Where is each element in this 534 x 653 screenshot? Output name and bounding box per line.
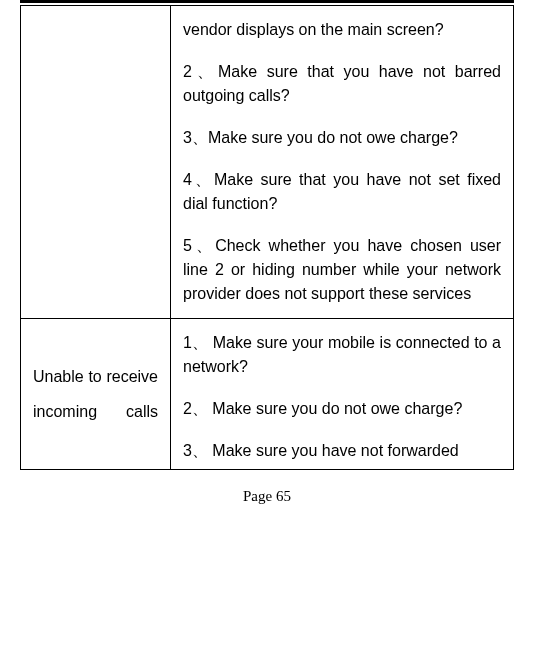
row2-left-text: Unable to receive incoming calls: [33, 368, 158, 420]
top-rule: [20, 0, 514, 3]
row2-right-cell: 1、 Make sure your mobile is connected to…: [171, 319, 514, 470]
page-number: Page 65: [20, 488, 514, 505]
document-page: vendor displays on the main screen? 2、Ma…: [0, 0, 534, 505]
row2-p3: 3、 Make sure you have not forwarded: [183, 439, 501, 463]
row1-p2: 2、Make sure that you have not barred out…: [183, 60, 501, 108]
table-row: Unable to receive incoming calls 1、 Make…: [21, 319, 514, 470]
row1-p3: 3、Make sure you do not owe charge?: [183, 126, 501, 150]
row1-left-cell: [21, 6, 171, 319]
troubleshoot-table: vendor displays on the main screen? 2、Ma…: [20, 5, 514, 470]
table-row: vendor displays on the main screen? 2、Ma…: [21, 6, 514, 319]
row1-right-cell: vendor displays on the main screen? 2、Ma…: [171, 6, 514, 319]
row2-p2: 2、 Make sure you do not owe charge?: [183, 397, 501, 421]
row1-p1: vendor displays on the main screen?: [183, 18, 501, 42]
row2-left-cell: Unable to receive incoming calls: [21, 319, 171, 470]
row1-p5: 5、Check whether you have chosen user lin…: [183, 234, 501, 306]
row1-p4: 4、Make sure that you have not set fixed …: [183, 168, 501, 216]
row2-p1: 1、 Make sure your mobile is connected to…: [183, 331, 501, 379]
